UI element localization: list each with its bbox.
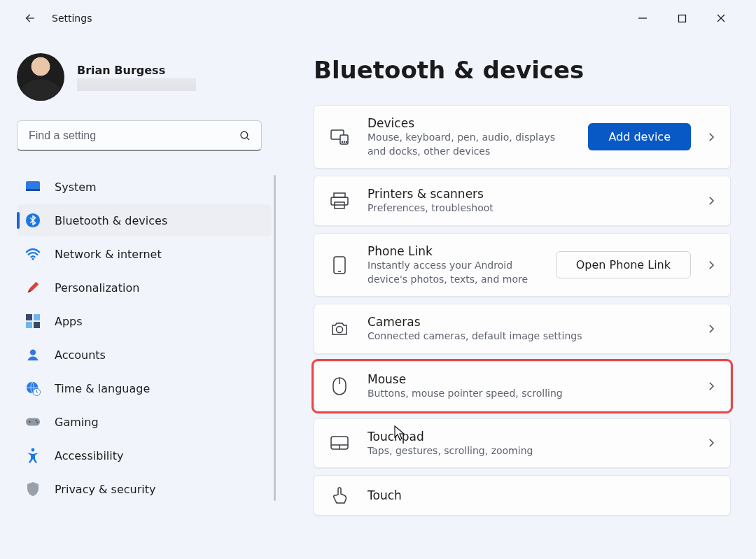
- settings-cards: Devices Mouse, keyboard, pen, audio, dis…: [314, 105, 731, 488]
- card-touch[interactable]: Touch: [314, 475, 731, 516]
- nav-bluetooth-devices[interactable]: Bluetooth & devices: [17, 204, 272, 236]
- sidebar: Brian Burgess System Bluetooth & devices…: [0, 36, 279, 559]
- camera-icon: [330, 319, 349, 339]
- svg-rect-1: [678, 15, 685, 22]
- nav-privacy-security[interactable]: Privacy & security: [17, 473, 272, 505]
- svg-rect-12: [26, 322, 32, 328]
- nav-network[interactable]: Network & internet: [17, 238, 272, 270]
- chevron-right-icon: [705, 194, 718, 207]
- chevron-right-icon: [705, 259, 718, 271]
- window-close-button[interactable]: [711, 8, 731, 28]
- nav-label: System: [55, 181, 97, 194]
- nav-gaming[interactable]: Gaming: [17, 406, 272, 438]
- window-maximize-button[interactable]: [672, 8, 692, 28]
- avatar: [17, 53, 64, 101]
- mouse-icon: [330, 376, 349, 396]
- nav-label: Apps: [55, 315, 83, 328]
- card-title: Cameras: [368, 314, 687, 330]
- gamepad-icon: [25, 414, 41, 430]
- nav-personalization[interactable]: Personalization: [17, 271, 272, 304]
- nav-label: Network & internet: [55, 248, 162, 261]
- chevron-right-icon: [705, 323, 718, 335]
- nav-label: Accessibility: [55, 449, 123, 462]
- chevron-right-icon: [705, 380, 718, 392]
- apps-icon: [25, 313, 41, 329]
- svg-point-32: [337, 327, 343, 333]
- svg-point-14: [30, 350, 36, 355]
- card-title: Phone Link: [368, 243, 538, 259]
- svg-rect-17: [26, 418, 40, 426]
- printer-icon: [330, 191, 349, 211]
- shield-icon: [25, 481, 41, 497]
- card-cameras[interactable]: Cameras Connected cameras, default image…: [314, 304, 731, 354]
- svg-rect-13: [34, 322, 40, 328]
- nav-label: Accounts: [55, 348, 106, 362]
- add-device-button[interactable]: Add device: [588, 123, 691, 150]
- phone-icon: [330, 255, 349, 275]
- nav-label: Bluetooth & devices: [55, 214, 167, 227]
- display-icon: [25, 179, 41, 194]
- nav-label: Privacy & security: [55, 483, 155, 496]
- back-button[interactable]: [21, 10, 38, 27]
- devices-icon: [330, 127, 349, 147]
- page-title: Bluetooth & devices: [314, 56, 731, 84]
- svg-rect-11: [34, 314, 40, 320]
- card-title: Printers & scanners: [368, 186, 687, 201]
- globe-clock-icon: [25, 381, 41, 396]
- svg-rect-28: [331, 197, 348, 205]
- card-mouse[interactable]: Mouse Buttons, mouse pointer speed, scro…: [314, 361, 731, 411]
- chevron-right-icon: [705, 437, 718, 449]
- maximize-icon: [678, 14, 687, 23]
- search-icon: [239, 129, 251, 142]
- main-content: Bluetooth & devices Devices Mouse, keybo…: [279, 36, 756, 559]
- card-subtitle: Connected cameras, default image setting…: [368, 330, 687, 344]
- svg-point-19: [35, 420, 36, 421]
- search-box[interactable]: [17, 120, 262, 151]
- user-name: Brian Burgess: [77, 64, 196, 77]
- arrow-left-icon: [23, 12, 36, 24]
- nav-time-language[interactable]: Time & language: [17, 372, 272, 404]
- card-title: Devices: [368, 115, 570, 131]
- card-printers-scanners[interactable]: Printers & scanners Preferences, trouble…: [314, 176, 731, 226]
- svg-point-24: [342, 141, 343, 142]
- nav-label: Gaming: [55, 416, 99, 429]
- svg-point-9: [31, 258, 34, 260]
- nav-label: Time & language: [55, 382, 150, 395]
- svg-line-5: [246, 137, 249, 140]
- open-phone-link-button[interactable]: Open Phone Link: [556, 251, 691, 278]
- svg-point-26: [346, 141, 347, 142]
- wifi-icon: [25, 246, 41, 262]
- card-title: Touch: [368, 488, 718, 503]
- touchpad-icon: [330, 433, 349, 453]
- minimize-icon: [638, 13, 648, 23]
- titlebar: Settings: [0, 0, 756, 36]
- card-title: Mouse: [368, 372, 687, 387]
- bluetooth-icon: [25, 213, 41, 228]
- close-icon: [716, 13, 726, 23]
- nav-accounts[interactable]: Accounts: [17, 339, 272, 371]
- paintbrush-icon: [25, 280, 41, 295]
- card-title: Touchpad: [368, 429, 687, 444]
- nav-accessibility[interactable]: Accessibility: [17, 439, 272, 472]
- card-devices[interactable]: Devices Mouse, keyboard, pen, audio, dis…: [314, 105, 731, 169]
- card-subtitle: Buttons, mouse pointer speed, scrolling: [368, 387, 687, 401]
- svg-point-20: [36, 422, 38, 423]
- window-minimize-button[interactable]: [633, 8, 652, 28]
- svg-rect-27: [334, 193, 345, 197]
- card-subtitle: Taps, gestures, scrolling, zooming: [368, 444, 687, 458]
- card-phone-link[interactable]: Phone Link Instantly access your Android…: [314, 233, 731, 297]
- nav-system[interactable]: System: [17, 171, 272, 203]
- svg-rect-10: [26, 314, 32, 320]
- svg-point-4: [241, 132, 248, 139]
- nav: System Bluetooth & devices Network & int…: [17, 171, 272, 505]
- card-subtitle: Preferences, troubleshoot: [368, 201, 687, 215]
- search-input[interactable]: [27, 129, 239, 143]
- card-touchpad[interactable]: Touchpad Taps, gestures, scrolling, zoom…: [314, 418, 731, 469]
- touch-icon: [330, 486, 349, 505]
- nav-apps[interactable]: Apps: [17, 305, 272, 337]
- profile-block[interactable]: Brian Burgess: [17, 53, 272, 101]
- svg-rect-7: [26, 189, 40, 191]
- chevron-right-icon: [705, 131, 718, 143]
- svg-point-25: [344, 141, 345, 142]
- app-title: Settings: [52, 13, 92, 24]
